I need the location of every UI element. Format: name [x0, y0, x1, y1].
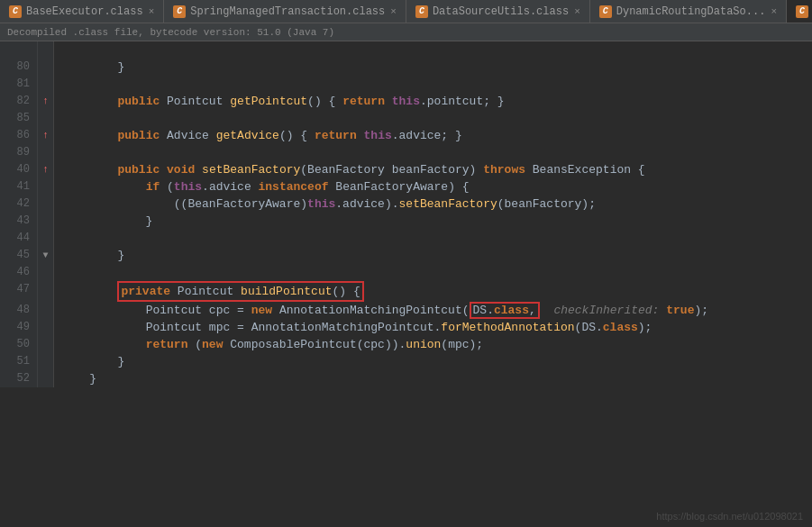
code-content-43: } — [54, 213, 812, 230]
editor: 80 } 81 82 ↑ public Pointcut getPointcut… — [0, 41, 812, 527]
tab-icon-datasourceutils: C — [415, 5, 428, 18]
tab-bar: C BaseExecutor.class × C SpringManagedTr… — [0, 0, 812, 23]
code-content-44 — [54, 230, 812, 247]
line-num-85: 85 — [0, 110, 38, 127]
line-num-47: 47 — [0, 281, 38, 302]
code-line-89: 89 — [0, 144, 812, 161]
line-num-43: 43 — [0, 213, 38, 230]
code-content-45: } — [54, 247, 812, 264]
gutter-46 — [38, 264, 54, 281]
line-num-89: 89 — [0, 144, 38, 161]
code-line-52: 52 } — [0, 370, 812, 387]
tab-dynamicrouting[interactable]: C DynamicRoutingDataSo... × — [590, 0, 787, 23]
code-line-blank-top — [0, 41, 812, 59]
code-content-81 — [54, 76, 812, 93]
code-line-48: 48 Pointcut cpc = new AnnotationMatching… — [0, 302, 812, 319]
gutter-blank — [38, 41, 54, 59]
gutter-81 — [38, 76, 54, 93]
gutter-85 — [38, 110, 54, 127]
tab-icon-baseexecutor: C — [9, 5, 22, 18]
tab-label-baseexecutor: BaseExecutor.class — [26, 5, 143, 18]
tab-springmanagedtransaction[interactable]: C SpringManagedTransaction.class × — [164, 0, 406, 23]
code-line-86: 86 ↑ public Advice getAdvice() { return … — [0, 127, 812, 144]
line-num-81: 81 — [0, 76, 38, 93]
tab-label-springmanagedtransaction: SpringManagedTransaction.class — [190, 5, 385, 18]
code-line-47: 47 private Pointcut buildPointcut() { — [0, 281, 812, 302]
gutter-48 — [38, 302, 54, 319]
line-num-52: 52 — [0, 370, 38, 387]
code-content-47: private Pointcut buildPointcut() { — [54, 281, 812, 302]
info-bar-text: Decompiled .class file, bytecode version… — [7, 27, 334, 38]
gutter-45: ▼ — [38, 247, 54, 264]
tab-close-datasourceutils[interactable]: × — [574, 6, 580, 17]
tab-label-dynamicrouting: DynamicRoutingDataSo... — [616, 5, 766, 18]
gutter-50 — [38, 336, 54, 353]
gutter-arrow-40: ↑ — [42, 161, 49, 178]
gutter-arrow-82: ↑ — [42, 93, 49, 110]
code-content-48: Pointcut cpc = new AnnotationMatchingPoi… — [54, 302, 812, 319]
code-content-80: } — [54, 59, 812, 76]
tab-close-dynamicrouting[interactable]: × — [771, 6, 777, 17]
code-content-49: Pointcut mpc = AnnotationMatchingPointcu… — [54, 319, 812, 336]
code-line-46: 46 — [0, 264, 812, 281]
line-num-blank — [0, 41, 38, 59]
tab-icon-dynamicrouting: C — [599, 5, 612, 18]
gutter-86: ↑ — [38, 127, 54, 144]
gutter-49 — [38, 319, 54, 336]
line-num-80: 80 — [0, 59, 38, 76]
info-bar: Decompiled .class file, bytecode version… — [0, 23, 812, 41]
line-num-48: 48 — [0, 302, 38, 319]
line-num-46: 46 — [0, 264, 38, 281]
line-num-86: 86 — [0, 127, 38, 144]
tab-close-baseexecutor[interactable]: × — [149, 6, 155, 17]
tab-datasourceutils[interactable]: C DataSourceUtils.class × — [406, 0, 590, 23]
gutter-expand-45[interactable]: ▼ — [42, 247, 48, 264]
line-num-51: 51 — [0, 353, 38, 370]
code-content-42: ((BeanFactoryAware)this.advice).setBeanF… — [54, 195, 812, 213]
code-line-50: 50 return (new ComposablePointcut(cpc)).… — [0, 336, 812, 353]
tab-icon-dynamicdatasourceannotationinterceptor: C — [796, 5, 808, 18]
line-num-49: 49 — [0, 319, 38, 336]
code-line-40: 40 ↑ public void setBeanFactory(BeanFact… — [0, 161, 812, 178]
code-line-49: 49 Pointcut mpc = AnnotationMatchingPoin… — [0, 319, 812, 336]
tab-baseexecutor[interactable]: C BaseExecutor.class × — [0, 0, 164, 23]
gutter-82: ↑ — [38, 93, 54, 110]
code-content-89 — [54, 144, 812, 161]
tab-dynamicdatasourceannotationinterceptor[interactable]: C DynamicDataSourceAnnotationInterceptor… — [787, 0, 812, 23]
line-num-41: 41 — [0, 178, 38, 195]
line-num-45: 45 — [0, 247, 38, 264]
line-num-44: 44 — [0, 230, 38, 247]
code-content-41: if (this.advice instanceof BeanFactoryAw… — [54, 178, 812, 195]
code-line-81: 81 — [0, 76, 812, 93]
code-line-43: 43 } — [0, 213, 812, 230]
gutter-52 — [38, 370, 54, 387]
code-content-82: public Pointcut getPointcut() { return t… — [54, 93, 812, 110]
code-content-46 — [54, 264, 812, 281]
code-content-51: } — [54, 353, 812, 370]
gutter-43 — [38, 213, 54, 230]
code-content-40: public void setBeanFactory(BeanFactory b… — [54, 161, 812, 178]
tab-icon-springmanagedtransaction: C — [173, 5, 186, 18]
code-line-41: 41 if (this.advice instanceof BeanFactor… — [0, 178, 812, 195]
gutter-41 — [38, 178, 54, 195]
gutter-arrow-86: ↑ — [42, 127, 49, 144]
tab-close-springmanagedtransaction[interactable]: × — [390, 6, 397, 17]
line-num-40: 40 — [0, 161, 38, 178]
code-area: 80 } 81 82 ↑ public Pointcut getPointcut… — [0, 41, 812, 527]
gutter-89 — [38, 144, 54, 161]
gutter-51 — [38, 353, 54, 370]
line-num-82: 82 — [0, 93, 38, 110]
code-line-51: 51 } — [0, 353, 812, 370]
code-line-82: 82 ↑ public Pointcut getPointcut() { ret… — [0, 93, 812, 110]
code-line-80: 80 } — [0, 59, 812, 76]
gutter-42 — [38, 195, 54, 213]
gutter-80 — [38, 59, 54, 76]
line-num-42: 42 — [0, 195, 38, 213]
code-line-42: 42 ((BeanFactoryAware)this.advice).setBe… — [0, 195, 812, 213]
code-line-44: 44 — [0, 230, 812, 247]
gutter-40: ↑ — [38, 161, 54, 178]
code-content-50: return (new ComposablePointcut(cpc)).uni… — [54, 336, 812, 353]
watermark: https://blog.csdn.net/u012098021 — [656, 511, 803, 522]
code-content-52: } — [54, 370, 812, 387]
code-line-85: 85 — [0, 110, 812, 127]
